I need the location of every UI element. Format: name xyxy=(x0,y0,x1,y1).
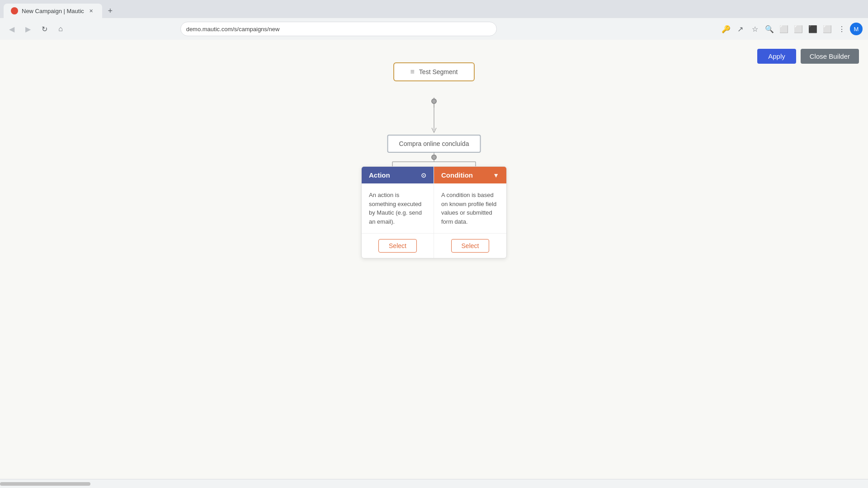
tab-favicon xyxy=(11,7,18,14)
key-icon[interactable]: 🔑 xyxy=(720,23,732,35)
action-description: An action is something executed by Mauti… xyxy=(369,192,422,225)
action-header: Action ⊙ xyxy=(362,167,434,183)
condition-select-button[interactable]: Select xyxy=(451,239,490,253)
back-button[interactable]: ◀ xyxy=(5,23,18,35)
home-button[interactable]: ⌂ xyxy=(54,23,67,35)
toolbar-icons: 🔑 ↗ ☆ 🔍 ⬜ ⬜ ⬛ ⬜ ⋮ M xyxy=(720,23,863,35)
url-display: demo.mautic.com/s/campaigns/new xyxy=(186,26,280,33)
reload-button[interactable]: ↻ xyxy=(38,23,51,35)
action-body: An action is something executed by Mauti… xyxy=(362,183,434,233)
menu-icon[interactable]: ⋮ xyxy=(835,23,848,35)
forward-button[interactable]: ▶ xyxy=(22,23,34,35)
segment-icon: ≡ xyxy=(410,68,415,76)
bottom-scrollbar[interactable] xyxy=(0,479,868,488)
event-label: Compra online concluída xyxy=(399,140,469,147)
action-header-icon: ⊙ xyxy=(421,172,426,179)
share-icon[interactable]: ↗ xyxy=(734,23,747,35)
action-footer: Select xyxy=(362,233,434,258)
tab-title: New Campaign | Mautic xyxy=(22,8,84,14)
connector-dot-1 xyxy=(431,99,437,104)
page-content: Apply Close Builder ≡ Test Segment xyxy=(0,40,868,479)
tab-bar: New Campaign | Mautic ✕ + xyxy=(0,0,868,18)
campaign-canvas: ≡ Test Segment Compra online concluída A… xyxy=(0,40,868,479)
address-bar-row: ◀ ▶ ↻ ⌂ demo.mautic.com/s/campaigns/new … xyxy=(0,18,868,40)
condition-header-icon: ▼ xyxy=(493,172,499,179)
condition-description: A condition is based on known profile fi… xyxy=(441,192,496,225)
event-node[interactable]: Compra online concluída xyxy=(387,135,481,153)
new-tab-button[interactable]: + xyxy=(104,5,117,17)
condition-footer: Select xyxy=(434,233,506,258)
condition-body: A condition is based on known profile fi… xyxy=(434,183,506,233)
tab-close-button[interactable]: ✕ xyxy=(88,7,95,14)
extension-icon-3[interactable]: ⬜ xyxy=(792,23,805,35)
action-condition-card: Action ⊙ An action is something executed… xyxy=(361,166,507,258)
condition-panel: Condition ▼ A condition is based on know… xyxy=(434,167,506,258)
extension-icon-1[interactable]: 🔍 xyxy=(763,23,776,35)
profile-avatar[interactable]: M xyxy=(850,23,863,35)
connector-lines xyxy=(0,40,868,479)
active-tab[interactable]: New Campaign | Mautic ✕ xyxy=(4,4,102,18)
browser-chrome: New Campaign | Mautic ✕ + ◀ ▶ ↻ ⌂ demo.m… xyxy=(0,0,868,40)
address-bar[interactable]: demo.mautic.com/s/campaigns/new xyxy=(180,22,497,36)
segment-label: Test Segment xyxy=(419,68,458,75)
scrollbar-thumb[interactable] xyxy=(0,482,90,486)
action-panel: Action ⊙ An action is something executed… xyxy=(362,167,434,258)
bookmark-icon[interactable]: ☆ xyxy=(749,23,761,35)
condition-header-label: Condition xyxy=(441,171,473,179)
connector-dot-2 xyxy=(431,155,437,160)
extension-icon-4[interactable]: ⬛ xyxy=(807,23,819,35)
extension-icon-2[interactable]: ⬜ xyxy=(778,23,790,35)
extension-icon-5[interactable]: ⬜ xyxy=(821,23,834,35)
test-segment-node[interactable]: ≡ Test Segment xyxy=(393,62,475,81)
action-header-label: Action xyxy=(369,171,390,179)
condition-header: Condition ▼ xyxy=(434,167,506,183)
action-select-button[interactable]: Select xyxy=(378,239,417,253)
